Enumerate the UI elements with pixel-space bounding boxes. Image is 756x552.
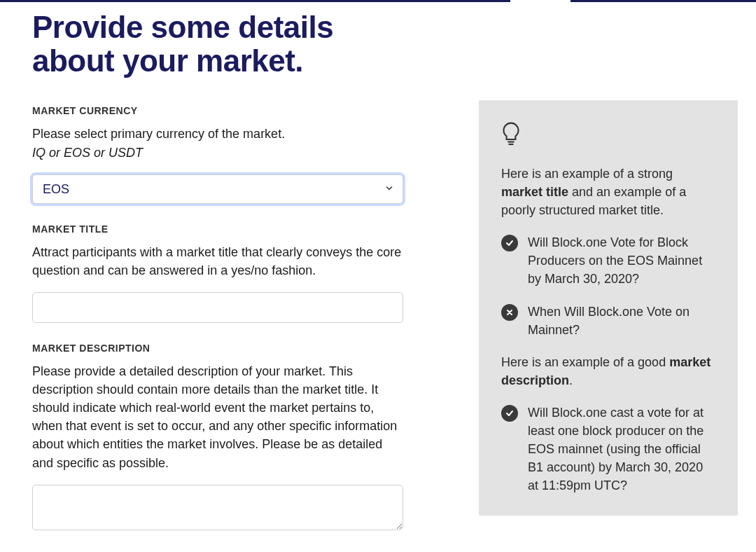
example-bad-title: When Will Block.one Vote on Mainnet?	[501, 303, 715, 339]
check-icon	[501, 235, 518, 251]
example-bad-title-text: When Will Block.one Vote on Mainnet?	[528, 303, 715, 339]
market-currency-desc: Please select primary currency of the ma…	[32, 125, 403, 143]
info-intro-text: Here is an example of a strong market ti…	[501, 165, 715, 219]
market-currency-label: MARKET CURRENCY	[32, 105, 403, 116]
lightbulb-icon	[501, 121, 715, 165]
section-market-currency: MARKET CURRENCY Please select primary cu…	[32, 105, 403, 204]
info-intro-strong: market title	[501, 185, 568, 199]
market-currency-hint: IQ or EOS or USDT	[32, 146, 403, 160]
market-description-desc: Please provide a detailed description of…	[32, 362, 403, 472]
market-description-label: MARKET DESCRIPTION	[32, 343, 403, 354]
info-desc-intro-text: Here is an example of a good market desc…	[501, 353, 715, 389]
example-good-title: Will Block.one Vote for Block Producers …	[501, 233, 715, 288]
market-title-input[interactable]	[32, 292, 403, 323]
info-desc-intro-before: Here is an example of a good	[501, 355, 669, 369]
section-market-description: MARKET DESCRIPTION Please provide a deta…	[32, 343, 403, 552]
market-title-desc: Attract participants with a market title…	[32, 243, 403, 280]
example-good-description: Will Block.one cast a vote for at least …	[501, 403, 715, 495]
market-currency-select-wrapper: EOS	[32, 174, 403, 204]
example-good-description-text: Will Block.one cast a vote for at least …	[528, 403, 715, 495]
page-title: Provide some details about your market.	[32, 11, 403, 78]
help-sidebar: Here is an example of a strong market ti…	[479, 2, 738, 552]
example-good-title-text: Will Block.one Vote for Block Producers …	[528, 233, 715, 288]
check-icon	[501, 405, 518, 422]
market-description-textarea[interactable]	[32, 485, 403, 530]
main-form: Provide some details about your market. …	[32, 2, 403, 552]
page-container: Provide some details about your market. …	[0, 2, 756, 552]
market-title-label: MARKET TITLE	[32, 223, 403, 235]
x-icon	[501, 304, 518, 321]
info-desc-intro-after: .	[569, 373, 573, 387]
info-panel: Here is an example of a strong market ti…	[479, 100, 738, 516]
market-currency-select[interactable]: EOS	[32, 174, 403, 204]
info-intro-before: Here is an example of a strong	[501, 167, 673, 181]
section-market-title: MARKET TITLE Attract participants with a…	[32, 223, 403, 343]
